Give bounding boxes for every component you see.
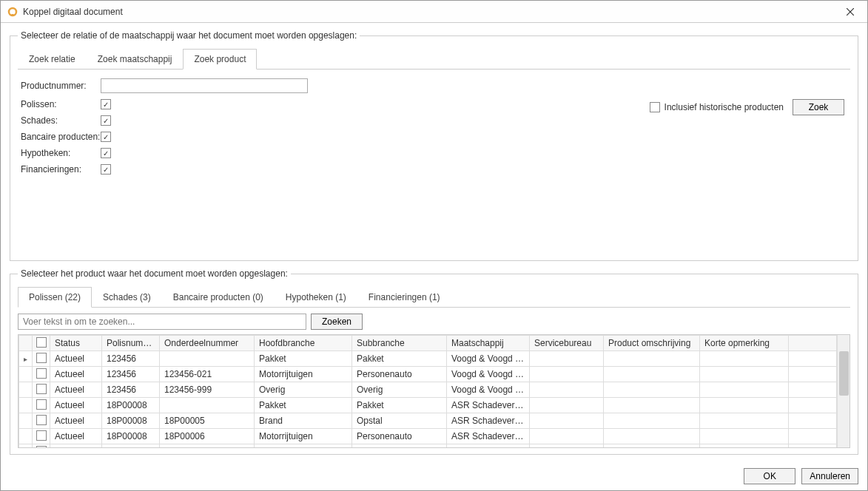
- row-checkbox[interactable]: [36, 368, 47, 379]
- col-polisnummer[interactable]: Polisnummer: [102, 336, 160, 351]
- cell-hoofdbranche: Overig: [255, 382, 352, 398]
- hypotheken-checkbox[interactable]: ✓: [101, 148, 111, 158]
- row-checkbox[interactable]: [36, 430, 47, 441]
- cell-polisnummer: 123456: [102, 351, 160, 367]
- col-korte-opmerking[interactable]: Korte opmerking: [700, 336, 789, 351]
- table-row[interactable]: Actueel123456123456-021MotorrijtuigenPer…: [19, 367, 837, 382]
- cell-end: [789, 413, 837, 429]
- col-hoofdbranche[interactable]: Hoofdbranche: [255, 336, 352, 351]
- col-selectall[interactable]: [33, 336, 50, 351]
- table-header-row: Status Polisnummer Onderdeelnummer Hoofd…: [19, 336, 837, 351]
- row-checkbox[interactable]: [36, 384, 47, 394]
- polissen-checkbox[interactable]: ✓: [101, 99, 111, 109]
- cell-maatschappij: ASR Schadeverzek...: [447, 413, 530, 429]
- schades-label: Schades:: [21, 115, 101, 126]
- row-indicator: [19, 367, 33, 382]
- col-status[interactable]: Status: [50, 336, 102, 351]
- row-checkbox[interactable]: [36, 353, 47, 363]
- close-button[interactable]: [839, 1, 861, 22]
- cell-end: [789, 367, 837, 382]
- section-relation: Selecteer de relatie of de maatschappij …: [10, 30, 858, 261]
- inclusief-historische-label: Inclusief historische producten: [665, 102, 784, 112]
- tab-zoek-product[interactable]: Zoek product: [183, 49, 257, 70]
- bancaire-checkbox[interactable]: ✓: [101, 132, 111, 142]
- select-all-checkbox[interactable]: [36, 337, 47, 348]
- table-row[interactable]: ▸Actueel123456PakketPakketVoogd & Voogd …: [19, 351, 837, 367]
- row-checkbox-cell[interactable]: [33, 444, 50, 448]
- row-checkbox[interactable]: [36, 446, 47, 448]
- section-product: Selecteer het product waar het document …: [10, 268, 858, 455]
- row-indicator: [19, 413, 33, 429]
- tab-financieringen[interactable]: Financieringen (1): [357, 287, 451, 308]
- tab-zoek-relatie[interactable]: Zoek relatie: [18, 49, 87, 70]
- cell-subbranche: Overig: [352, 382, 447, 398]
- cell-product-omschrijving: [604, 398, 700, 413]
- table-row[interactable]: Actueel18P0000818P00005BrandOpstalASR Sc…: [19, 413, 837, 429]
- cell-subbranche: Opstal: [352, 413, 447, 429]
- cell-maatschappij: Voogd & Voogd Ver...: [447, 367, 530, 382]
- ok-button[interactable]: OK: [744, 468, 795, 484]
- cell-korte-opmerking: [700, 444, 789, 448]
- table-row[interactable]: Actueel123456123456-999OverigOverigVoogd…: [19, 382, 837, 398]
- tab-schades[interactable]: Schades (3): [92, 287, 162, 308]
- filter-zoeken-button[interactable]: Zoeken: [311, 314, 363, 330]
- vertical-scrollbar[interactable]: [837, 335, 850, 447]
- cell-product-omschrijving: [604, 413, 700, 429]
- col-subbranche[interactable]: Subbranche: [352, 336, 447, 351]
- row-checkbox-cell[interactable]: [33, 351, 50, 367]
- row-checkbox-cell[interactable]: [33, 429, 50, 444]
- cell-onderdeelnummer: 18P00005: [160, 413, 255, 429]
- col-maatschappij[interactable]: Maatschappij: [447, 336, 530, 351]
- cell-hoofdbranche: Motorrijtuigen: [255, 444, 352, 448]
- cell-servicebureau: [530, 429, 604, 444]
- cell-hoofdbranche: Pakket: [255, 351, 352, 367]
- col-servicebureau[interactable]: Servicebureau: [530, 336, 604, 351]
- row-checkbox[interactable]: [36, 415, 47, 425]
- table-row[interactable]: Actueel18P0000818P00007MotorrijtuigenPer…: [19, 444, 837, 448]
- row-indicator: [19, 429, 33, 444]
- cell-status: Actueel: [50, 351, 102, 367]
- scrollbar-thumb[interactable]: [839, 351, 849, 396]
- cell-korte-opmerking: [700, 429, 789, 444]
- schades-checkbox[interactable]: ✓: [101, 115, 111, 126]
- row-checkbox-cell[interactable]: [33, 367, 50, 382]
- productnummer-input[interactable]: [101, 78, 308, 93]
- tab-polissen[interactable]: Polissen (22): [18, 287, 92, 308]
- col-end: [789, 336, 837, 351]
- filter-input[interactable]: [18, 314, 306, 330]
- cell-status: Actueel: [50, 367, 102, 382]
- row-checkbox-cell[interactable]: [33, 382, 50, 398]
- tab-zoek-maatschappij[interactable]: Zoek maatschappij: [87, 49, 184, 70]
- cell-product-omschrijving: [604, 367, 700, 382]
- tab-bancaire[interactable]: Bancaire producten (0): [162, 287, 275, 308]
- cell-status: Actueel: [50, 429, 102, 444]
- col-product-omschrijving[interactable]: Product omschrijving: [604, 336, 700, 351]
- productnummer-label: Productnummer:: [21, 81, 101, 91]
- col-onderdeelnummer[interactable]: Onderdeelnummer: [160, 336, 255, 351]
- row-checkbox[interactable]: [36, 399, 47, 410]
- cell-servicebureau: [530, 367, 604, 382]
- table-row[interactable]: Actueel18P00008PakketPakketASR Schadever…: [19, 398, 837, 413]
- cell-servicebureau: [530, 351, 604, 367]
- tab-hypotheken[interactable]: Hypotheken (1): [275, 287, 357, 308]
- cell-korte-opmerking: [700, 398, 789, 413]
- col-indicator[interactable]: [19, 336, 33, 351]
- section-relation-legend: Selecteer de relatie of de maatschappij …: [18, 30, 360, 41]
- cell-korte-opmerking: [700, 351, 789, 367]
- row-checkbox-cell[interactable]: [33, 398, 50, 413]
- table-row[interactable]: Actueel18P0000818P00006MotorrijtuigenPer…: [19, 429, 837, 444]
- window-title: Koppel digitaal document: [23, 7, 839, 17]
- financieringen-checkbox[interactable]: ✓: [101, 164, 111, 175]
- zoek-button[interactable]: Zoek: [793, 99, 844, 115]
- cell-product-omschrijving: [604, 444, 700, 448]
- cancel-button[interactable]: Annuleren: [801, 468, 858, 484]
- cell-status: Actueel: [50, 398, 102, 413]
- cell-onderdeelnummer: 123456-021: [160, 367, 255, 382]
- row-indicator: ▸: [19, 351, 33, 367]
- cell-polisnummer: 18P00008: [102, 413, 160, 429]
- cell-onderdeelnummer: 123456-999: [160, 382, 255, 398]
- cell-hoofdbranche: Motorrijtuigen: [255, 429, 352, 444]
- row-checkbox-cell[interactable]: [33, 413, 50, 429]
- inclusief-historische-checkbox[interactable]: [650, 102, 660, 112]
- cell-onderdeelnummer: 18P00006: [160, 429, 255, 444]
